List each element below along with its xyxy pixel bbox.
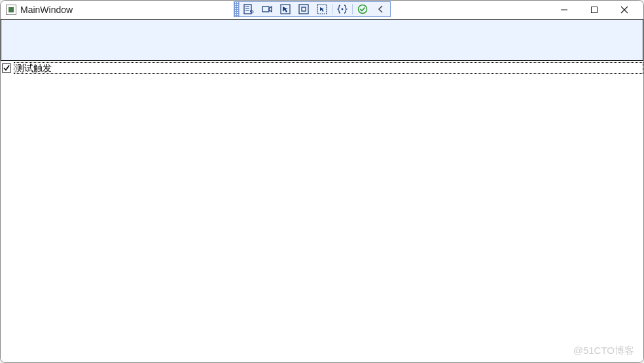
close-icon	[620, 6, 628, 14]
svg-rect-7	[299, 5, 308, 14]
svg-rect-0	[244, 5, 251, 14]
xaml-binding-button[interactable]	[333, 2, 351, 16]
test-trigger-label[interactable]: 测试触发	[14, 62, 643, 74]
select-element-button[interactable]	[276, 2, 295, 16]
maximize-icon	[590, 6, 598, 14]
client-area: 测试触发	[1, 19, 643, 362]
svg-point-11	[359, 5, 367, 14]
braces-icon	[337, 4, 348, 14]
minimize-icon	[560, 6, 568, 14]
checkbox-row: 测试触发	[1, 62, 643, 74]
layout-adorners-button[interactable]	[258, 2, 276, 16]
hot-reload-button[interactable]	[353, 2, 372, 16]
collapse-toolbar-button[interactable]	[372, 2, 390, 16]
svg-rect-13	[592, 7, 598, 13]
check-icon	[3, 65, 10, 71]
live-property-explorer-icon	[243, 4, 254, 14]
close-button[interactable]	[609, 1, 639, 19]
display-layout-button[interactable]	[295, 2, 313, 16]
test-trigger-checkbox[interactable]	[2, 63, 11, 73]
display-layout-icon	[298, 4, 309, 14]
toolbar-grip-icon[interactable]	[234, 2, 240, 16]
minimize-button[interactable]	[549, 1, 579, 19]
app-icon	[6, 5, 16, 15]
select-element-icon	[280, 4, 291, 14]
main-window: MainWindow	[0, 0, 644, 363]
toolbar-separator	[352, 4, 353, 14]
track-focus-icon	[317, 4, 327, 14]
window-title: MainWindow	[20, 5, 73, 15]
titlebar: MainWindow	[1, 1, 643, 19]
check-circle-icon	[357, 4, 368, 14]
window-controls	[549, 1, 639, 19]
xaml-debug-toolbar[interactable]	[234, 1, 391, 17]
toolbar-separator	[332, 4, 332, 14]
live-property-explorer-button[interactable]	[240, 2, 258, 16]
top-panel	[1, 19, 643, 61]
track-focus-button[interactable]	[313, 2, 331, 16]
svg-point-10	[342, 9, 344, 10]
svg-rect-5	[262, 7, 269, 12]
maximize-button[interactable]	[579, 1, 609, 19]
svg-rect-8	[302, 7, 306, 11]
camera-icon	[262, 4, 272, 14]
chevron-left-icon	[376, 4, 386, 14]
